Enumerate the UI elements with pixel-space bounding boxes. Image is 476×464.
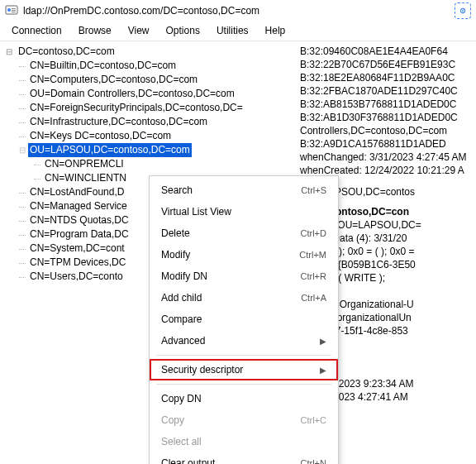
tree-item[interactable]: OU=Domain Controllers,DC=contoso,DC=com — [2, 87, 290, 101]
menuitem-search[interactable]: SearchCtrl+S — [150, 179, 338, 201]
menuitem-advanced[interactable]: Advanced▶ — [150, 330, 338, 352]
tree-item[interactable]: CN=Infrastructure,DC=contoso,DC=com — [2, 115, 290, 129]
menuitem-modify-dn[interactable]: Modify DNCtrl+R — [150, 265, 338, 287]
menuitem-security-descriptor[interactable]: Security descriptor▶ — [150, 359, 338, 380]
menu-utilities[interactable]: Utilities — [208, 23, 257, 39]
detail-line: B:32:A9D1CA15768811D1ADED — [300, 137, 474, 151]
detail-line: Controllers,DC=contoso,DC=com — [300, 124, 474, 137]
menuitem-modify[interactable]: ModifyCtrl+M — [150, 244, 338, 265]
svg-point-1 — [7, 8, 11, 12]
menu-options[interactable]: Options — [158, 23, 208, 39]
svg-point-6 — [462, 10, 464, 12]
app-icon — [5, 4, 18, 17]
chevron-right-icon: ▶ — [320, 337, 326, 346]
menuitem-delete[interactable]: DeleteCtrl+D — [150, 222, 338, 244]
menu-view[interactable]: View — [120, 23, 158, 39]
detail-line: whenChanged: 3/31/2023 4:27:45 AM — [300, 151, 474, 164]
menuitem-compare[interactable]: Compare — [150, 309, 338, 330]
tree-item-selected[interactable]: ⊟OU=LAPSOU,DC=contoso,DC=com — [2, 143, 290, 157]
menu-browse[interactable]: Browse — [70, 23, 120, 39]
tree-item[interactable]: CN=ForeignSecurityPrincipals,DC=contoso,… — [2, 101, 290, 115]
tree-root[interactable]: ⊟ DC=contoso,DC=com — [2, 45, 290, 59]
menuitem-add-child[interactable]: Add childCtrl+A — [150, 287, 338, 309]
tree-item[interactable]: CN=Builtin,DC=contoso,DC=com — [2, 59, 290, 73]
separator — [156, 355, 331, 356]
detail-line: B:32:2FBAC1870ADE11D297C40C — [300, 84, 474, 98]
screen-clip-icon[interactable] — [455, 2, 471, 19]
context-menu: SearchCtrl+S Virtual List View DeleteCtr… — [149, 175, 339, 464]
svg-rect-2 — [12, 8, 16, 9]
separator — [156, 384, 331, 385]
menu-connection[interactable]: Connection — [3, 23, 70, 39]
menuitem-virtual-list-view[interactable]: Virtual List View — [150, 201, 338, 222]
detail-line: B:32:18E2EA80684F11D2B9AA0C — [300, 71, 474, 84]
menuitem-copy-dn[interactable]: Copy DN — [150, 388, 338, 409]
tree-item[interactable]: CN=Computers,DC=contoso,DC=com — [2, 73, 290, 87]
menuitem-copy: CopyCtrl+C — [150, 409, 338, 431]
window-titlebar: ldap://OnPremDC.contoso.com/DC=contoso,D… — [0, 0, 476, 22]
svg-rect-4 — [12, 12, 16, 12]
address-text: ldap://OnPremDC.contoso.com/DC=contoso,D… — [23, 5, 455, 17]
chevron-right-icon: ▶ — [320, 366, 326, 375]
detail-line: B:32:22B70C67D56E4EFB91E93C — [300, 58, 474, 71]
menuitem-clear-output[interactable]: Clear outputCtrl+N — [150, 452, 338, 464]
tree-item[interactable]: CN=ONPREMCLI — [2, 157, 290, 171]
menu-bar: Connection Browse View Options Utilities… — [0, 22, 476, 41]
tree-item[interactable]: CN=Keys DC=contoso,DC=com — [2, 129, 290, 143]
detail-line: B:32:AB1D30F3768811D1ADED0C — [300, 111, 474, 124]
menu-help[interactable]: Help — [257, 23, 294, 39]
detail-line: B:32:09460C08AE1E4A4EA0F64 — [300, 45, 474, 58]
collapse-icon[interactable]: ⊟ — [2, 45, 17, 59]
collapse-icon[interactable]: ⊟ — [17, 143, 28, 157]
detail-line: B:32:AB8153B7768811D1ADED0C — [300, 98, 474, 111]
svg-rect-3 — [12, 10, 16, 11]
menuitem-select-all: Select all — [150, 431, 338, 452]
